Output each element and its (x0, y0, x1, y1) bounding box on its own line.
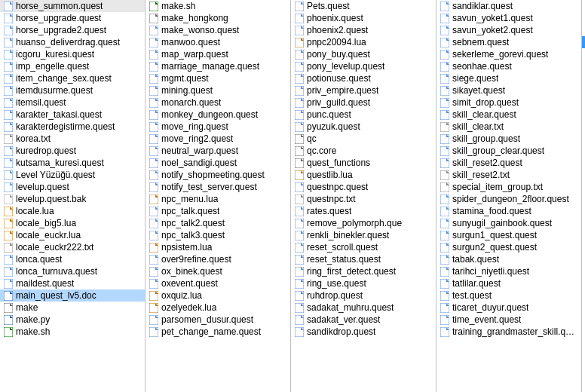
list-item[interactable]: test.quest (436, 289, 581, 302)
list-item[interactable]: itemsil.quest (0, 96, 145, 109)
list-item[interactable]: karakter_takasi.quest (0, 109, 145, 121)
list-item[interactable]: main_quest_lv5.doc (0, 289, 145, 302)
list-item[interactable]: npc_talk.quest (145, 205, 290, 217)
list-item[interactable]: siege.quest (436, 72, 581, 84)
list-item[interactable]: sebnem.quest (436, 36, 581, 48)
list-item[interactable]: yazi.quest (582, 48, 585, 60)
list-item[interactable]: skill_group.quest (436, 133, 581, 145)
list-item[interactable]: locale_euckr.lua (0, 229, 145, 241)
list-item[interactable]: over9refine.quest (145, 253, 290, 265)
list-item[interactable]: npsistem.lua (145, 241, 290, 253)
list-item[interactable]: lonca.quest (0, 253, 145, 265)
list-item[interactable]: simit_drop.quest (436, 96, 581, 109)
list-item[interactable]: questnpc.txt (291, 193, 436, 205)
list-item[interactable]: ring_use.quest (291, 277, 436, 289)
list-item[interactable]: kutsama_kuresi.quest (0, 157, 145, 169)
list-item[interactable]: oxquiz.lua (145, 289, 290, 302)
list-item[interactable]: uyari.quest (582, 12, 585, 24)
list-item[interactable]: icgoru_kuresi.quest (0, 48, 145, 60)
list-item[interactable]: questlib.lua (291, 169, 436, 181)
list-item[interactable]: warehouse.quest (582, 36, 585, 48)
list-item[interactable]: tarihci_niyetli.quest (436, 265, 581, 277)
list-item[interactable]: ring_first_detect.quest (291, 265, 436, 277)
list-item[interactable]: special_item_group.txt (436, 181, 581, 193)
list-item[interactable]: surgun1_quest.quest (436, 229, 581, 241)
list-item[interactable]: ox_binek.quest (145, 265, 290, 277)
list-item[interactable]: qc (291, 133, 436, 145)
list-item[interactable]: make.sh (0, 326, 145, 338)
list-item[interactable]: mining.quest (145, 84, 290, 96)
list-item[interactable]: locale_euckr222.txt (0, 241, 145, 253)
list-item[interactable]: item_change_sex.quest (0, 72, 145, 84)
list-item[interactable]: vs_turnuva.quest (582, 24, 585, 36)
list-item[interactable]: monarch.quest (145, 96, 290, 109)
list-item[interactable]: savun_yoket1.quest (436, 12, 581, 24)
list-item[interactable]: questnpc.quest (291, 181, 436, 193)
list-item[interactable]: skill_reset2.quest (436, 157, 581, 169)
list-item[interactable]: reset_scroll.quest (291, 241, 436, 253)
list-item[interactable]: levelup.quest (0, 181, 145, 193)
list-item[interactable]: itemdusurme.quest (0, 84, 145, 96)
list-item[interactable]: parsomen_dusur.quest (145, 314, 290, 326)
list-item[interactable]: skill_group_clear.quest (436, 145, 581, 157)
list-item[interactable]: pnpc20094.lua (291, 36, 436, 48)
list-item[interactable]: sadakat_ver.quest (291, 314, 436, 326)
list-item[interactable]: npc_talk3.quest (145, 229, 290, 241)
list-item[interactable]: huanso_deliverdrag.quest (0, 36, 145, 48)
list-item[interactable]: phoenix.quest (291, 12, 436, 24)
list-item[interactable]: priv_empire.quest (291, 84, 436, 96)
list-item[interactable]: make_wonso.quest (145, 24, 290, 36)
list-item[interactable]: stamina_food.quest (436, 205, 581, 217)
list-item[interactable]: sunyugil_gainbook.quest (436, 217, 581, 229)
list-item[interactable]: pony_buy.quest (291, 48, 436, 60)
list-item[interactable]: ozelyedek.lua (145, 302, 290, 314)
list-item[interactable]: horse_summon.quest (0, 0, 145, 12)
list-item[interactable]: make (0, 302, 145, 314)
list-item[interactable]: npc_menu.lua (145, 193, 290, 205)
list-item[interactable]: move_ring.quest (145, 121, 290, 133)
list-item[interactable]: spider_dungeon_2floor.quest (436, 193, 581, 205)
list-item[interactable]: kuredrop.quest (0, 145, 145, 157)
column-5[interactable]: upgrade_refine_scroll.quest uyari.quest … (582, 0, 585, 392)
list-item[interactable]: ruhdrop.quest (291, 289, 436, 302)
list-item[interactable]: skill_clear.txt (436, 121, 581, 133)
list-item[interactable]: make.py (0, 314, 145, 326)
list-item[interactable]: mgmt.quest (145, 72, 290, 84)
list-item[interactable]: imp_engelle.quest (0, 60, 145, 72)
list-item[interactable]: manwoo.quest (145, 36, 290, 48)
list-item[interactable]: maildest.quest (0, 277, 145, 289)
column-3[interactable]: Pets.quest phoenix.quest phoenix2.quest … (291, 0, 436, 392)
list-item[interactable]: pony_levelup.quest (291, 60, 436, 72)
list-item[interactable]: levelup.quest.bak (0, 193, 145, 205)
list-item[interactable]: pyuzuk.quest (291, 121, 436, 133)
list-item[interactable]: seonhae.quest (436, 60, 581, 72)
list-item[interactable]: qc.core (291, 145, 436, 157)
list-item[interactable]: tabak.quest (436, 253, 581, 265)
list-item[interactable]: neutral_warp.quest (145, 145, 290, 157)
list-item[interactable]: phoenix2.quest (291, 24, 436, 36)
list-item[interactable]: upgrade_refine_scroll.quest (582, 0, 585, 12)
list-item[interactable]: move_ring2.quest (145, 133, 290, 145)
column-2[interactable]: make.sh make_hongkong make_wonso.quest m… (145, 0, 291, 392)
list-item[interactable]: pet_change_name.quest (145, 326, 290, 338)
list-item[interactable]: Level Yüzüğü.quest (0, 169, 145, 181)
list-item[interactable]: remove_polymorph.que (291, 217, 436, 229)
list-item[interactable]: marriage_manage.quest (145, 60, 290, 72)
list-item[interactable]: zone.quest (582, 109, 585, 121)
list-item[interactable]: locale.lua (0, 205, 145, 217)
list-item[interactable]: ticaret_duyur.quest (436, 302, 581, 314)
list-item[interactable]: make.sh (145, 0, 290, 12)
list-item[interactable]: notify_test_server.quest (145, 181, 290, 193)
list-item[interactable]: quest_functions (291, 157, 436, 169)
list-item[interactable]: yuzuk_ver.quest (582, 96, 585, 109)
list-item[interactable]: yeni_binekler.quest (582, 72, 585, 84)
list-item[interactable]: horse_upgrade.quest (0, 12, 145, 24)
list-item[interactable]: map_warp.quest (145, 48, 290, 60)
list-item[interactable]: reset_status.quest (291, 253, 436, 265)
list-item[interactable]: yuzuk_sil.quest (582, 84, 585, 96)
list-item[interactable]: sadakat_muhru.quest (291, 302, 436, 314)
list-item[interactable]: skill_clear.quest (436, 109, 581, 121)
list-item[interactable]: tatlilar.quest (436, 277, 581, 289)
list-item[interactable]: zone3.quest (582, 121, 585, 133)
list-item[interactable]: monkey_dungeon.quest (145, 109, 290, 121)
